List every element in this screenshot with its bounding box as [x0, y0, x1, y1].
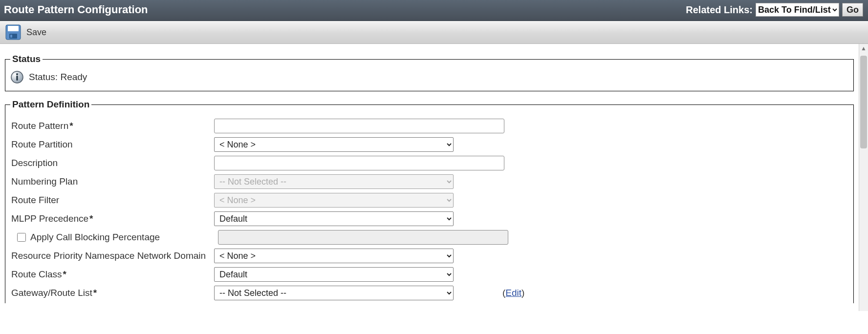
route-class-label: Route Class [10, 269, 214, 280]
mlpp-precedence-label: MLPP Precedence [10, 213, 214, 224]
pattern-definition-legend: Pattern Definition [10, 99, 91, 110]
numbering-plan-select: -- Not Selected -- [214, 174, 454, 189]
edit-link[interactable]: Edit [505, 288, 521, 298]
page-title: Route Pattern Configuration [4, 3, 148, 16]
gateway-route-list-select[interactable]: -- Not Selected -- [214, 286, 454, 300]
numbering-plan-label: Numbering Plan [10, 176, 214, 187]
apply-call-blocking-checkbox[interactable] [17, 233, 26, 242]
route-class-select[interactable]: Default [214, 267, 454, 282]
route-pattern-input[interactable] [214, 119, 504, 133]
route-filter-label: Route Filter [10, 195, 214, 206]
status-fieldset: Status Status: R [5, 54, 854, 91]
rpn-domain-select[interactable]: < None > [214, 249, 454, 263]
svg-rect-1 [8, 26, 19, 31]
svg-rect-6 [16, 76, 18, 81]
vertical-scrollbar[interactable]: ▲ [859, 44, 868, 311]
save-button-label[interactable]: Save [26, 27, 46, 38]
svg-rect-3 [10, 35, 12, 38]
scroll-up-arrow-icon[interactable]: ▲ [859, 44, 868, 53]
call-blocking-percentage-input [218, 230, 508, 245]
content-area: Status Status: R [0, 44, 859, 311]
title-bar: Route Pattern Configuration Related Link… [0, 0, 868, 21]
route-filter-select: < None > [214, 193, 454, 208]
mlpp-precedence-select[interactable]: Default [214, 211, 454, 226]
toolbar: Save [0, 21, 868, 44]
route-partition-select[interactable]: < None > [214, 137, 454, 152]
apply-call-blocking-row: Apply Call Blocking Percentage [10, 231, 218, 243]
apply-call-blocking-label: Apply Call Blocking Percentage [30, 232, 160, 243]
rpn-domain-label: Resource Priority Namespace Network Doma… [10, 250, 214, 261]
route-partition-label: Route Partition [10, 139, 214, 150]
info-icon [10, 70, 24, 84]
status-text: Status: Ready [29, 72, 87, 83]
related-links-label: Related Links: [686, 4, 753, 16]
related-links-select[interactable]: Back To Find/List [756, 3, 839, 17]
pattern-definition-fieldset: Pattern Definition Route Pattern Route P… [5, 99, 854, 303]
gateway-edit-wrap: (Edit) [502, 288, 524, 298]
description-label: Description [10, 158, 214, 168]
scrollbar-thumb[interactable] [860, 56, 867, 148]
go-button[interactable]: Go [842, 3, 863, 17]
svg-point-5 [16, 73, 18, 75]
save-icon[interactable] [5, 24, 22, 41]
status-legend: Status [10, 54, 43, 64]
gateway-route-list-label: Gateway/Route List [10, 288, 214, 298]
related-links-area: Related Links: Back To Find/List Go [686, 3, 863, 17]
route-pattern-label: Route Pattern [10, 121, 214, 131]
description-input[interactable] [214, 156, 504, 170]
